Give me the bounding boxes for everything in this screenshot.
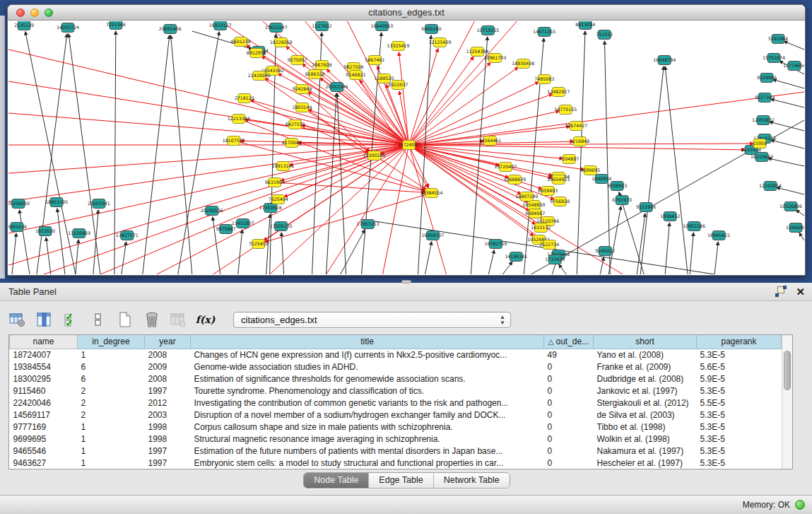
panel-resize-grip[interactable] <box>401 280 411 284</box>
table-row[interactable]: 969969511998Structural magnetic resonanc… <box>10 433 782 445</box>
table-cell[interactable]: 2 <box>78 397 145 409</box>
network-node[interactable]: 15751074 <box>763 54 785 63</box>
network-node[interactable]: 18913141 <box>272 162 295 171</box>
network-node[interactable]: 16648784 <box>653 56 676 65</box>
table-cell[interactable]: 0 <box>544 433 594 445</box>
table-cell[interactable]: 0 <box>544 457 594 469</box>
network-node[interactable]: 7204897 <box>559 155 579 164</box>
network-node[interactable]: 1913550 <box>35 227 55 236</box>
table-cell[interactable]: Dudbridge et al. (2008) <box>594 373 697 385</box>
column-header-pagerank[interactable]: pagerank <box>697 335 782 349</box>
table-cell[interactable]: 0 <box>544 397 594 409</box>
new-column-icon[interactable] <box>116 311 134 328</box>
table-cell[interactable]: 5.3E-5 <box>697 385 782 397</box>
network-node[interactable]: 9699695 <box>580 166 600 175</box>
network-node[interactable]: 6466160 <box>421 25 441 34</box>
network-canvas[interactable]: 2135129140557247251346206914061693312710… <box>8 21 804 274</box>
table-cell[interactable]: 2009 <box>145 361 191 373</box>
table-cell[interactable]: 9699695 <box>10 433 78 445</box>
network-node[interactable]: 9151906 <box>636 203 656 212</box>
table-cell[interactable]: Estimation of the future numbers of pati… <box>191 445 544 457</box>
table-cell[interactable]: 0 <box>544 361 594 373</box>
network-node[interactable]: 13505135 <box>270 222 293 231</box>
table-cell[interactable]: Tourette syndrome. Phenomenology and cla… <box>191 385 544 397</box>
network-node[interactable]: 9322037 <box>389 81 408 90</box>
table-cell[interactable]: 9463627 <box>10 457 78 469</box>
table-cell[interactable]: Hescheler et al. (1997) <box>594 457 697 469</box>
zoom-window-icon[interactable] <box>45 8 53 17</box>
table-cell[interactable]: Structural magnetic resonance image aver… <box>191 433 544 445</box>
network-node[interactable]: 12103054 <box>759 182 782 191</box>
table-cell[interactable]: 5.3E-5 <box>697 409 782 421</box>
network-node[interactable]: 16933127 <box>209 21 232 30</box>
network-node[interactable]: 10952286 <box>683 222 705 231</box>
table-cell[interactable]: 0 <box>544 421 594 433</box>
table-cell[interactable]: 0 <box>544 445 594 457</box>
table-cell[interactable]: 1997 <box>145 457 191 469</box>
table-cell[interactable]: 1 <box>78 445 145 457</box>
network-node[interactable]: 12774604 <box>783 62 804 71</box>
network-node[interactable]: 10961793 <box>483 54 506 63</box>
network-node[interactable]: 13427571 <box>116 231 139 240</box>
table-cell[interactable]: Jankovic et al. (1997) <box>594 385 697 397</box>
table-row[interactable]: 1456911722003Disruption of a novel membe… <box>10 409 782 421</box>
table-cell[interactable]: 0 <box>544 373 594 385</box>
column-header-name[interactable]: name <box>10 335 78 349</box>
float-panel-icon[interactable] <box>775 286 787 298</box>
tab-node-table[interactable]: Node Table <box>304 473 369 488</box>
table-row[interactable]: 911546021997Tourette syndrome. Phenomeno… <box>10 385 782 397</box>
table-cell[interactable]: 1997 <box>145 385 191 397</box>
network-node[interactable]: 11156869 <box>68 229 90 238</box>
table-cell[interactable]: 5.9E-5 <box>697 373 782 385</box>
network-node[interactable]: 9275097 <box>288 56 307 65</box>
network-node[interactable]: 2135129 <box>14 21 34 30</box>
network-node[interactable]: 20503341 <box>88 199 110 209</box>
table-cell[interactable]: 2003 <box>145 409 191 421</box>
table-cell[interactable]: Corpus callosum shape and size in male p… <box>191 421 544 433</box>
close-window-icon[interactable] <box>16 8 25 17</box>
table-row[interactable]: 977716911998Corpus callosum shape and si… <box>10 421 782 433</box>
row-height-icon[interactable] <box>89 311 107 328</box>
column-header-out-de[interactable]: △out_de... <box>544 335 594 349</box>
network-node[interactable]: 8813054 <box>575 21 595 30</box>
table-cell[interactable]: 9777169 <box>10 421 78 433</box>
network-node[interactable]: 18807249 <box>515 192 538 201</box>
tab-network-table[interactable]: Network Table <box>434 473 510 488</box>
table-cell[interactable]: 19384554 <box>10 361 78 373</box>
network-node[interactable]: 18164461 <box>478 136 501 146</box>
network-window[interactable]: citations_edges.txt 21351291405572472513… <box>7 4 806 276</box>
column-header-short[interactable]: short <box>594 335 697 349</box>
table-cell[interactable]: Changes of HCN gene expression and I(f) … <box>191 349 544 361</box>
table-cell[interactable]: Yano et al. (2008) <box>594 349 697 361</box>
table-cell[interactable]: 1 <box>78 349 145 361</box>
network-node[interactable]: 1898412 <box>660 212 680 221</box>
network-node[interactable]: 13325419 <box>387 42 410 51</box>
table-cell[interactable]: Tibbo et al. (1998) <box>594 421 697 433</box>
network-node[interactable]: 26053346 <box>326 83 348 92</box>
table-cell[interactable]: 2008 <box>145 349 191 361</box>
table-cell[interactable]: 9115460 <box>10 385 78 397</box>
network-node[interactable]: 4170046 <box>282 139 302 148</box>
network-node[interactable]: 18107553 <box>223 136 245 146</box>
network-node[interactable]: 9756928 <box>550 197 570 206</box>
network-node[interactable]: 9227343 <box>755 93 775 103</box>
table-cell[interactable]: Disruption of a novel member of a sodium… <box>191 409 544 421</box>
network-node[interactable]: 18951295 <box>45 198 68 207</box>
table-row[interactable]: 1938455462009Genome-wide association stu… <box>10 361 782 373</box>
table-cell[interactable]: 1 <box>78 421 145 433</box>
network-node[interactable]: 2967608 <box>312 61 332 70</box>
network-node[interactable]: 22420046 <box>248 71 271 81</box>
table-cell[interactable]: 5.3E-5 <box>697 349 782 361</box>
table-row[interactable]: 946554611997Estimation of the future num… <box>10 445 782 457</box>
network-node[interactable]: 18930438 <box>512 59 534 69</box>
table-cell[interactable]: 18724007 <box>10 349 78 361</box>
column-header-in-degree[interactable]: in_degree <box>78 335 145 349</box>
minimize-window-icon[interactable] <box>30 8 39 17</box>
table-row[interactable]: 2242004622012Investigating the contribut… <box>10 397 782 409</box>
network-node[interactable]: 15720407 <box>494 163 517 172</box>
network-node[interactable]: 14196141 <box>505 252 527 262</box>
table-cell[interactable]: 22420046 <box>10 397 78 409</box>
table-cell[interactable]: 5.3E-5 <box>697 421 782 433</box>
table-cell[interactable]: 6 <box>78 361 145 373</box>
table-cell[interactable]: 2 <box>78 409 145 421</box>
